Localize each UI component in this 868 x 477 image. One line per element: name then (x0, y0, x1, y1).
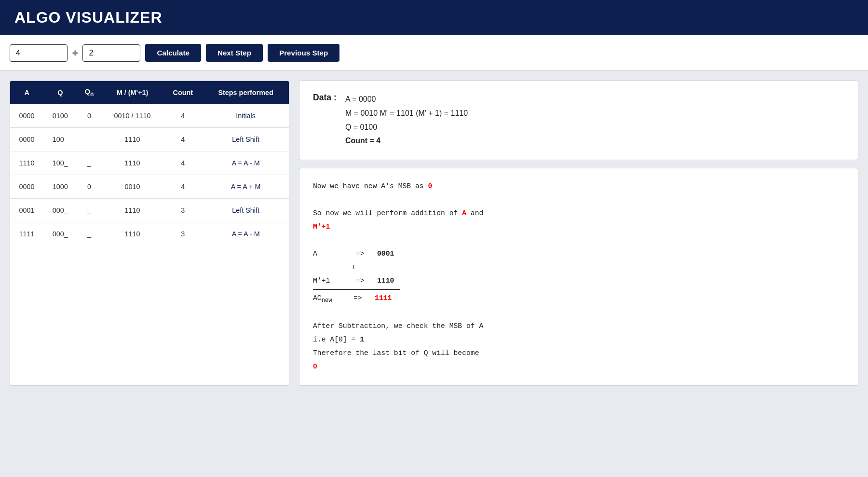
exp-mp1-label: M'+1 (313, 274, 352, 288)
table-row: 0000010000010 / 11104Initials (10, 104, 289, 128)
right-section: Data : A = 0000 M = 0010 M' = 1101 (M' +… (299, 81, 858, 386)
exp-ac-sub: new (322, 297, 332, 304)
separator-line (313, 289, 400, 290)
exp-after3: Therefore the last bit of Q will become (313, 347, 844, 360)
data-content: A = 0000 M = 0010 M' = 1101 (M' + 1) = 1… (345, 93, 468, 148)
main-content: A Q Qn M / (M'+1) Count Steps performed … (0, 71, 868, 395)
exp-ac-arrow: => (353, 294, 362, 302)
divide-symbol: ÷ (72, 47, 78, 59)
data-Q: Q = 0100 (345, 121, 468, 135)
table-row: 1111000__11103A = A - M (10, 222, 289, 245)
exp-plus-row: + (313, 261, 844, 274)
explanation-box: Now we have new A's MSB as 0 So now we w… (299, 168, 858, 386)
exp-line1-red: 0 (428, 182, 432, 190)
exp-mp1-value: 1110 (377, 277, 394, 285)
exp-A-value: 0001 (377, 250, 394, 258)
exp-A-label: A (313, 247, 352, 261)
exp-line2-mid: and (466, 209, 483, 217)
next-step-button[interactable]: Next Step (206, 44, 263, 62)
app-header: ALGO VISUALIZER (0, 0, 868, 35)
exp-after3-red: 0 (313, 363, 317, 370)
exp-after3-val: 0 (313, 360, 844, 374)
prev-step-button[interactable]: Previous Step (268, 44, 339, 62)
exp-line2b: M'+1 (313, 220, 844, 234)
divisor-input[interactable] (82, 44, 140, 62)
col-header-A: A (10, 81, 43, 104)
data-label: Data : (313, 93, 337, 103)
exp-line2-pre: So now we will perform addition of (313, 209, 462, 217)
data-M: M = 0010 M' = 1101 (M' + 1) = 1110 (345, 107, 468, 121)
calculate-button[interactable]: Calculate (145, 44, 201, 62)
table-row: 00001000000104A = A + M (10, 175, 289, 198)
exp-ac-row: ACnew => 1111 (313, 292, 844, 306)
exp-ac-pre: AC (313, 294, 322, 302)
data-Count: Count = 4 (345, 134, 468, 148)
toolbar: ÷ Calculate Next Step Previous Step (0, 35, 868, 71)
table-row: 0001000__11103Left Shift (10, 198, 289, 222)
exp-ac-value: 1111 (375, 294, 392, 302)
exp-plus: + (352, 263, 356, 271)
exp-line2-red1: A (462, 209, 466, 217)
exp-after2-val: 1 (360, 336, 364, 343)
col-header-Qn: Qn (77, 81, 101, 104)
exp-A-row: A => 0001 (313, 247, 844, 261)
exp-A-arrow: => (356, 250, 365, 258)
exp-after2: i.e A[0] = 1 (313, 333, 844, 347)
col-header-Steps: Steps performed (203, 81, 289, 104)
table-row: 0000100__11104Left Shift (10, 127, 289, 151)
exp-mp1-row: M'+1 => 1110 (313, 274, 844, 288)
data-A: A = 0000 (345, 93, 468, 107)
table-header-row: A Q Qn M / (M'+1) Count Steps performed (10, 81, 289, 104)
col-header-Count: Count (163, 81, 203, 104)
exp-after1: After Subtraction, we check the MSB of A (313, 320, 844, 333)
algo-table: A Q Qn M / (M'+1) Count Steps performed … (10, 81, 289, 245)
exp-line2: So now we will perform addition of A and (313, 207, 844, 220)
dividend-input[interactable] (10, 44, 68, 62)
data-box: Data : A = 0000 M = 0010 M' = 1101 (M' +… (299, 81, 858, 160)
col-header-Q: Q (43, 81, 77, 104)
exp-after2-pre: i.e A[0] = (313, 336, 360, 343)
exp-line2-red2: M'+1 (313, 223, 330, 231)
table-row: 1110100__11104A = A - M (10, 151, 289, 175)
exp-line1-pre: Now we have new A's MSB as (313, 182, 428, 190)
app-title: ALGO VISUALIZER (14, 9, 854, 27)
exp-line1: Now we have new A's MSB as 0 (313, 180, 844, 193)
col-header-M: M / (M'+1) (102, 81, 163, 104)
exp-mp1-arrow: => (356, 277, 365, 285)
table-section: A Q Qn M / (M'+1) Count Steps performed … (10, 81, 289, 386)
